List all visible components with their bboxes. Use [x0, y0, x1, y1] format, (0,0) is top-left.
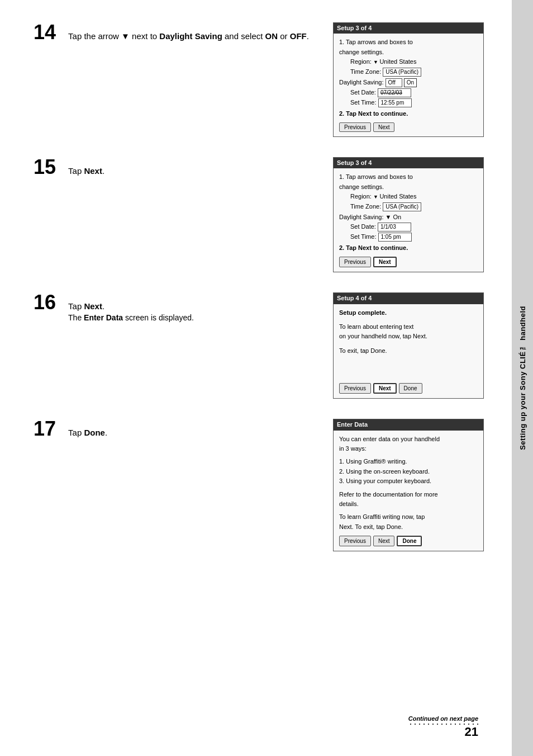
step-15-text: Tap Next.: [68, 166, 104, 176]
setup-time-15: Set Time: 1:05 pm: [339, 233, 478, 242]
setup-screen-17: Enter Data You can enter data on your ha…: [333, 419, 484, 551]
setup-s17-l6: 3. Using your computer keyboard.: [339, 477, 478, 485]
empty-space-16: [339, 356, 478, 379]
setup-daylight-14: Daylight Saving: Off On: [339, 78, 478, 87]
step-15-screen: Setup 3 of 4 1. Tap arrows and boxes to …: [333, 157, 484, 272]
setup-s17-l2: in 3 ways:: [339, 445, 478, 453]
setup-date-15: Set Date: 1/1/03: [339, 223, 478, 231]
step-14-text: Tap the arrow ▼ next to Daylight Saving …: [68, 30, 309, 43]
setup-s17-l8: Refer to the documentation for more: [339, 490, 478, 499]
step-16-subtext: The Enter Data screen is displayed.: [68, 313, 194, 322]
step-16-screen: Setup 4 of 4 Setup complete. To learn ab…: [333, 292, 484, 399]
setup-title-15: Setup 3 of 4: [334, 158, 483, 168]
setup-buttons-17: Previous Next Done: [339, 536, 478, 546]
setup-s17-l1: You can enter data on your handheld: [339, 435, 478, 443]
step-14-left: 14 Tap the arrow ▼ next to Daylight Savi…: [34, 22, 327, 137]
next-btn-14[interactable]: Next: [373, 122, 395, 132]
setup-title-17: Enter Data: [334, 419, 483, 430]
setup-line1-14: 1. Tap arrows and boxes to: [339, 38, 478, 46]
setup-s17-l5: 2. Using the on-screen keyboard.: [339, 467, 478, 476]
setup-region-15: Region: ▼ United States: [339, 192, 478, 201]
spacer-17c: [339, 509, 478, 512]
setup-learn-2: on your handheld now, tap Next.: [339, 332, 478, 341]
setup-s17-l4: 1. Using Graffiti® writing.: [339, 457, 478, 466]
setup-note-14: 2. Tap Next to continue.: [339, 110, 478, 118]
setup-timezone-15: Time Zone: USA (Pacific): [339, 202, 478, 211]
setup-s17-l9: details.: [339, 500, 478, 508]
spacer-17b: [339, 487, 478, 489]
setup-line2-14: change settings.: [339, 48, 478, 56]
setup-exit-16: To exit, tap Done.: [339, 347, 478, 355]
spacer-16: [339, 318, 478, 322]
setup-buttons-15: Previous Next: [339, 257, 478, 267]
spacer2-16: [339, 342, 478, 346]
next-btn-16[interactable]: Next: [373, 383, 397, 394]
setup-screen-14: Setup 3 of 4 1. Tap arrows and boxes to …: [333, 22, 484, 137]
done-btn-16[interactable]: Done: [399, 383, 422, 394]
step-15-left: 15 Tap Next.: [34, 157, 327, 272]
step-14-section: 14 Tap the arrow ▼ next to Daylight Savi…: [34, 22, 484, 137]
previous-btn-14[interactable]: Previous: [339, 122, 371, 132]
setup-time-14: Set Time: 12:55 pm: [339, 98, 478, 107]
sidebar: Setting up your Sony CLIÉ™ handheld: [512, 0, 533, 756]
setup-daylight-15: Daylight Saving: ▼ On: [339, 213, 478, 221]
step-17-text: Tap Done.: [68, 428, 107, 437]
step-17-left: 17 Tap Done.: [34, 419, 327, 551]
done-btn-17[interactable]: Done: [397, 536, 422, 546]
setup-note-15: 2. Tap Next to continue.: [339, 244, 478, 252]
setup-title-16: Setup 4 of 4: [334, 293, 483, 304]
spacer-17a: [339, 454, 478, 456]
step-17-screen: Enter Data You can enter data on your ha…: [333, 419, 484, 551]
setup-learn-1: To learn about entering text: [339, 323, 478, 331]
setup-screen-16: Setup 4 of 4 Setup complete. To learn ab…: [333, 292, 484, 399]
continued-label: Continued on next page: [408, 715, 478, 725]
setup-line2-15: change settings.: [339, 183, 478, 191]
step-14-screen: Setup 3 of 4 1. Tap arrows and boxes to …: [333, 22, 484, 137]
next-btn-17[interactable]: Next: [373, 536, 395, 546]
setup-date-14: Set Date: 07/22/03: [339, 88, 478, 97]
step-17-section: 17 Tap Done. Enter Data You can enter da…: [34, 419, 484, 551]
previous-btn-16[interactable]: Previous: [339, 383, 371, 394]
setup-s17-l12: Next. To exit, tap Done.: [339, 523, 478, 531]
step-16-text: Tap Next.: [68, 301, 104, 311]
sidebar-text: Setting up your Sony CLIÉ™ handheld: [518, 306, 527, 450]
step-15-section: 15 Tap Next. Setup 3 of 4 1. Tap arrows …: [34, 157, 484, 272]
previous-btn-17[interactable]: Previous: [339, 536, 371, 546]
setup-timezone-14: Time Zone: USA (Pacific): [339, 68, 478, 77]
step-16-number: 16: [34, 292, 56, 313]
step-16-text-block: Tap Next. The Enter Data screen is displ…: [68, 301, 194, 322]
setup-title-14: Setup 3 of 4: [334, 23, 483, 34]
setup-region-14: Region: ▼ United States: [339, 58, 478, 66]
setup-complete: Setup complete.: [339, 309, 478, 317]
setup-s17-l11: To learn Graffiti writing now, tap: [339, 513, 478, 521]
step-14-number: 14: [34, 22, 56, 42]
next-btn-15[interactable]: Next: [373, 257, 397, 267]
step-15-number: 15: [34, 157, 56, 177]
page-number: 21: [465, 725, 478, 739]
daylight-off: Off: [388, 79, 396, 86]
setup-screen-15: Setup 3 of 4 1. Tap arrows and boxes to …: [333, 157, 484, 272]
daylight-on-dropdown: On: [404, 78, 417, 87]
setup-line1-15: 1. Tap arrows and boxes to: [339, 173, 478, 181]
previous-btn-15[interactable]: Previous: [339, 257, 371, 267]
step-16-left: 16 Tap Next. The Enter Data screen is di…: [34, 292, 327, 399]
setup-buttons-16: Previous Next Done: [339, 383, 478, 394]
setup-buttons-14: Previous Next: [339, 122, 478, 132]
step-17-number: 17: [34, 419, 56, 439]
step-16-section: 16 Tap Next. The Enter Data screen is di…: [34, 292, 484, 399]
